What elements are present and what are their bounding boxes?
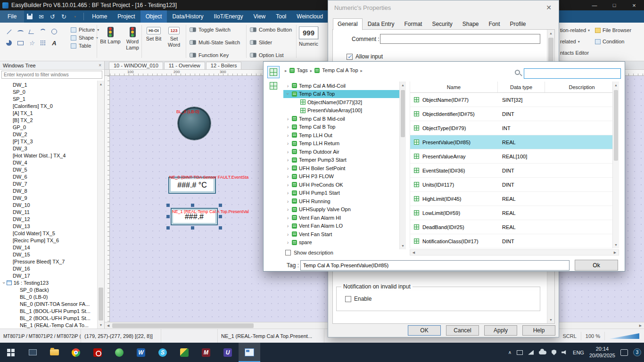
tree-item[interactable]: BL_0 (LB-0) — [0, 293, 97, 300]
shape-menu[interactable]: Shape▾ — [71, 35, 99, 41]
props-tab-security[interactable]: Security — [427, 18, 457, 30]
table-row[interactable]: ObjectType(ID#79)INT — [410, 121, 619, 135]
tree-item[interactable]: DW_14 — [0, 244, 97, 251]
table-row[interactable]: HighLimit(ID#45)REAL — [410, 192, 619, 206]
enable-checkbox[interactable]: Enable — [345, 296, 372, 302]
tag-tree-item[interactable]: Vent Fan Start — [283, 230, 399, 239]
selection-handle[interactable] — [166, 215, 170, 218]
tag-view-button[interactable] — [267, 66, 280, 78]
scroll-up-icon[interactable]: ▲ — [400, 82, 406, 89]
condition-button[interactable]: Condition — [595, 39, 624, 44]
chevron-right-icon[interactable] — [310, 67, 313, 73]
tag-tree-scrollbar[interactable]: ▲ ▼ — [399, 82, 406, 249]
table-row[interactable]: PresentValueArrayREAL[100] — [410, 149, 619, 164]
selection-handle[interactable] — [191, 226, 194, 230]
tag-tree-item[interactable]: Temp Cal A Mid-Coil — [283, 82, 399, 90]
tree-item[interactable]: [B] TX_2 — [0, 116, 97, 123]
combo-button-button[interactable]: Combo Button — [250, 27, 292, 33]
tag-tree-item[interactable]: Temp Cal B Mid-coil — [283, 115, 399, 123]
green-app-button[interactable] — [108, 343, 130, 362]
tree-item[interactable]: [A] TX_1 — [0, 109, 97, 116]
column-header-description[interactable]: Description — [545, 82, 619, 92]
tag-tree-item[interactable]: Temp Cal B Top — [283, 123, 399, 132]
tree-item[interactable]: DW_10 — [0, 201, 97, 208]
tag-tree-item[interactable]: UFH Pump1 Start — [283, 189, 399, 197]
acrobat-button[interactable] — [87, 343, 108, 362]
tree-item[interactable]: DW_17 — [0, 272, 97, 279]
tree-item[interactable]: SP_1 — [0, 95, 97, 102]
breadcrumb-item[interactable]: Tags — [297, 67, 308, 73]
menu-tab-object[interactable]: Object — [140, 10, 167, 23]
dialog-close-icon[interactable]: ✕ — [539, 0, 559, 15]
task-view-button[interactable] — [22, 343, 43, 362]
chevron-right-icon[interactable] — [285, 67, 287, 73]
tag-tree-item[interactable]: UFHSupply Valve Opn — [283, 206, 399, 214]
text-tool-icon[interactable]: A — [49, 38, 59, 48]
tree-item[interactable]: DW_4 — [0, 159, 97, 166]
scroll-left-icon[interactable]: ◀ — [105, 322, 112, 329]
numeric-button[interactable]: 999 Numeric — [299, 26, 318, 47]
tag-search-input[interactable] — [524, 68, 621, 79]
multi-state-switch-button[interactable]: Multi-State Switch — [190, 40, 240, 45]
window-tab[interactable]: 12 - Boilers — [206, 62, 242, 69]
comment-input[interactable] — [380, 34, 540, 44]
tag-value-input[interactable] — [300, 260, 570, 271]
ok-button[interactable]: Ok — [575, 260, 618, 271]
menu-tab-home[interactable]: Home — [87, 10, 112, 23]
menu-tab-data-history[interactable]: Data/History — [167, 10, 208, 23]
tree-item[interactable]: SP_0 (Back) — [0, 286, 97, 293]
ok-button[interactable]: OK — [408, 325, 441, 336]
props-tab-shape[interactable]: Shape — [458, 18, 484, 30]
file-browser-button[interactable]: File Browser — [595, 27, 631, 33]
tag-tree-item[interactable]: Temp Cal A Top — [283, 90, 399, 99]
language-indicator[interactable]: ENG — [573, 350, 584, 355]
start-button[interactable] — [0, 343, 22, 362]
pie-tool-icon[interactable] — [4, 38, 14, 48]
selection-handle[interactable] — [166, 204, 170, 207]
tree-item[interactable]: [Recirc Pump] TX_6 — [0, 237, 97, 244]
props-tab-general[interactable]: General — [333, 18, 363, 30]
tag-tree-item[interactable]: Temp Outdoor Air — [283, 148, 399, 156]
tree-item[interactable]: DW_1 — [0, 81, 97, 88]
cloud-icon[interactable] — [539, 351, 546, 354]
apply-button[interactable]: Apply — [484, 325, 517, 336]
expander-icon[interactable] — [286, 206, 290, 212]
tag-tree-item[interactable]: UFH P3 FLOW — [283, 173, 399, 181]
tree-item[interactable]: DW_16 — [0, 265, 97, 272]
selection-handle[interactable] — [166, 226, 170, 230]
ellipse-tool-icon[interactable] — [49, 26, 59, 37]
window-tab[interactable]: 11 - Overview — [164, 62, 205, 69]
option-list-button[interactable]: Option List — [250, 52, 292, 58]
table-row[interactable]: PresentValue(ID#85)REAL — [410, 135, 619, 149]
expander-icon[interactable] — [286, 173, 290, 179]
scroll-up-icon[interactable]: ▲ — [613, 82, 619, 89]
scroll-up-icon[interactable]: ▲ — [98, 81, 104, 88]
arc-tool-icon[interactable] — [38, 26, 48, 37]
expander-icon[interactable] — [286, 157, 290, 163]
tag-tree-item[interactable]: UFH Boiler SetPoint — [283, 164, 399, 173]
tree-item[interactable]: DW_7 — [0, 180, 97, 187]
expander-icon[interactable] — [286, 91, 290, 97]
clock[interactable]: 20:14 20/09/2025 — [589, 346, 615, 359]
column-header-name[interactable]: Name — [410, 82, 498, 92]
tree-item[interactable]: DW_6 — [0, 173, 97, 180]
contacts-editor-button[interactable]: ntacts Editor — [560, 50, 589, 56]
polyline-tool-icon[interactable] — [26, 26, 37, 37]
windows-tree-scrollbar[interactable]: ▲ ▼ — [97, 81, 104, 329]
operation-related-menu[interactable]: tion-related▾ — [560, 27, 590, 33]
expander-icon[interactable] — [286, 132, 290, 138]
tree-item[interactable]: DW_9 — [0, 194, 97, 201]
redo-icon[interactable]: ↻ — [58, 12, 69, 21]
scroll-down-icon[interactable]: ▼ — [547, 316, 554, 323]
tree-item[interactable]: DW_12 — [0, 215, 97, 222]
line-tool-icon[interactable] — [4, 26, 14, 37]
table-row[interactable]: LowLimit(ID#59)REAL — [410, 206, 619, 220]
table-horizontal-scrollbar[interactable]: ◀ ▶ — [410, 249, 619, 255]
menu-tab-view[interactable]: View — [248, 10, 271, 23]
tag-tree-item[interactable]: Temp LLH Return — [283, 140, 399, 148]
selection-handle[interactable] — [219, 215, 222, 218]
save-icon[interactable] — [25, 12, 35, 21]
tag-tree-item[interactable]: spare — [283, 239, 399, 247]
tree-item[interactable]: DW_13 — [0, 222, 97, 230]
tag-tree-item[interactable]: UFH PreConds OK — [283, 181, 399, 189]
